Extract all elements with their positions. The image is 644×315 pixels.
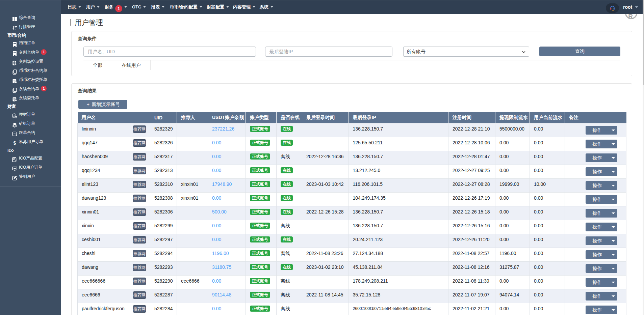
svg-text:$: $: [13, 141, 16, 146]
